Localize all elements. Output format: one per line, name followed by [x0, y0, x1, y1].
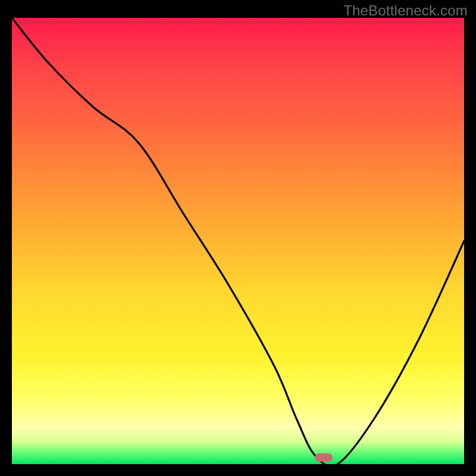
watermark-text: TheBottleneck.com: [343, 2, 468, 19]
optimal-point-marker: [315, 453, 333, 462]
chart-frame: TheBottleneck.com: [0, 0, 476, 476]
bottleneck-curve-path: [12, 18, 464, 464]
bottleneck-curve-svg: [12, 18, 464, 464]
